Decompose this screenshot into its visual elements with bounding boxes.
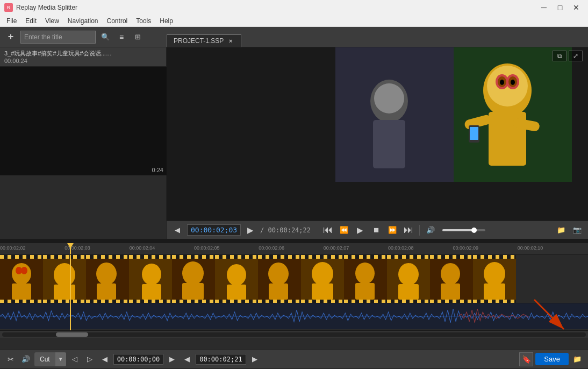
svg-rect-44 <box>312 283 333 300</box>
main-content: 3_#玩具故事#搞笑#儿童玩具#会说话...mp4 00:00:24 0:24 <box>0 47 588 239</box>
svg-point-43 <box>312 262 333 286</box>
menu-file[interactable]: File <box>2 16 21 26</box>
window-controls: ─ □ ✕ <box>536 2 584 13</box>
project-tab[interactable]: PROJECT-1.SSP ✕ <box>167 34 241 47</box>
play-button[interactable]: ▶ <box>244 224 257 237</box>
minimize-button[interactable]: ─ <box>536 2 551 13</box>
video-track <box>0 255 588 303</box>
title-input[interactable] <box>20 31 96 44</box>
scroll-thumb[interactable] <box>56 332 88 337</box>
close-button[interactable]: ✕ <box>569 2 584 13</box>
bookmark-button[interactable]: 🔖 <box>519 352 533 366</box>
svg-point-20 <box>12 263 31 285</box>
speaker-icon-button[interactable]: 🔊 <box>19 353 32 366</box>
list-view-button[interactable]: ≡ <box>115 31 128 44</box>
svg-point-46 <box>355 262 375 284</box>
svg-rect-47 <box>355 283 375 300</box>
menubar: File Edit View Navigation Control Tools … <box>0 15 588 27</box>
snapshot-button[interactable]: 📷 <box>571 224 584 237</box>
ruler-tick-5: 00:00:02;07 <box>324 245 349 251</box>
svg-point-22 <box>21 267 27 274</box>
svg-rect-56 <box>484 283 505 300</box>
menu-tools[interactable]: Tools <box>132 16 155 26</box>
playhead-ruler <box>70 243 71 254</box>
step-fwd-button[interactable]: ⏭ <box>402 224 415 237</box>
grid-view-button[interactable]: ⊞ <box>131 31 144 44</box>
prev-button[interactable]: ◀ <box>171 224 184 237</box>
scissors-icon-button[interactable]: ✂ <box>4 353 17 366</box>
playhead-marker <box>67 243 74 249</box>
left-preview-panel: 0:24 <box>0 67 167 175</box>
svg-point-17 <box>374 83 404 113</box>
cut-dropdown-arrow[interactable]: ▼ <box>55 352 66 366</box>
ruler-tick-6: 00:00:02;08 <box>388 245 414 251</box>
play-button2[interactable]: ▶ <box>354 224 367 237</box>
svg-point-25 <box>54 263 75 287</box>
menu-navigation[interactable]: Navigation <box>63 16 103 26</box>
prev-segment2-button[interactable]: ◀ <box>181 353 193 366</box>
playback-controls: ◀ 00:00:02;03 ▶ / 00:00:24;22 ⏮ ⏪ ▶ ⏹ ⏩ … <box>167 221 588 239</box>
next-segment-button[interactable]: ▶ <box>166 353 178 366</box>
video-image <box>335 47 572 182</box>
menu-view[interactable]: View <box>41 16 63 26</box>
step-back-button[interactable]: ⏮ <box>321 224 334 237</box>
svg-point-52 <box>441 263 460 285</box>
svg-point-49 <box>398 263 419 286</box>
app-title: Replay Media Splitter <box>16 4 77 11</box>
prev-segment-button[interactable]: ◀ <box>98 353 111 366</box>
ruler-tick-2: 00:00:02;04 <box>130 245 155 251</box>
svg-point-34 <box>182 261 204 285</box>
svg-point-40 <box>268 262 289 285</box>
ruler-tick-7: 00:00:02;09 <box>453 245 478 251</box>
cut-label[interactable]: Cut <box>34 354 55 365</box>
titlebar-left: R Replay Media Splitter <box>4 3 77 12</box>
open-folder-button[interactable]: 📁 <box>555 224 568 237</box>
app-icon: R <box>4 3 13 12</box>
media-item[interactable]: 3_#玩具故事#搞笑#儿童玩具#会说话...mp4 00:00:24 <box>0 47 166 67</box>
menu-edit[interactable]: Edit <box>21 16 41 26</box>
svg-rect-18 <box>373 120 405 168</box>
menu-help[interactable]: Help <box>155 16 177 26</box>
right-panel: ⧉ ⤢ ◀ 00:00:02;03 ▶ / 00:00:24;22 ⏮ ⏪ ▶ … <box>167 47 588 239</box>
pip-button[interactable]: ⧉ <box>553 51 567 61</box>
volume-button[interactable]: 🔊 <box>424 224 437 237</box>
mark-out-button[interactable]: ▷ <box>83 353 96 366</box>
frame-fwd-button[interactable]: ⏩ <box>386 224 399 237</box>
save-button[interactable]: Save <box>535 353 569 365</box>
svg-point-37 <box>227 264 246 286</box>
preview-overlay-controls: ⧉ ⤢ <box>553 51 583 61</box>
ruler-tick-0: 00:00:02;02 <box>0 245 26 251</box>
waveform-svg <box>0 303 588 329</box>
timeline-scrollbar[interactable] <box>0 330 588 338</box>
mark-in-button[interactable]: ◁ <box>68 353 81 366</box>
svg-point-55 <box>484 262 505 286</box>
media-filename: 3_#玩具故事#搞笑#儿童玩具#会说话...mp4 <box>4 49 112 58</box>
search-button[interactable]: 🔍 <box>99 31 112 44</box>
audio-track <box>0 303 588 329</box>
timeline-ruler: 00:00:02;02 00:00:02;03 00:00:02;04 00:0… <box>0 243 588 255</box>
maximize-button[interactable]: □ <box>553 2 568 13</box>
svg-rect-41 <box>269 283 288 300</box>
svg-rect-23 <box>12 283 31 300</box>
frame-back-button[interactable]: ⏪ <box>338 224 350 237</box>
svg-rect-32 <box>142 284 161 300</box>
svg-rect-26 <box>54 285 75 300</box>
volume-slider[interactable] <box>442 229 485 231</box>
tab-close-button[interactable]: ✕ <box>227 37 234 45</box>
open-folder2-button[interactable]: 📁 <box>571 353 584 366</box>
cut-group: Cut ▼ <box>34 352 66 366</box>
stop-button[interactable]: ⏹ <box>370 224 383 237</box>
ruler-tick-8: 00:00:02;10 <box>518 245 543 251</box>
svg-rect-53 <box>441 283 460 300</box>
svg-rect-15 <box>470 127 478 140</box>
menu-control[interactable]: Control <box>103 16 132 26</box>
current-timecode: 00:00:02;03 <box>187 224 241 236</box>
add-media-button[interactable]: + <box>4 31 17 44</box>
video-preview: ⧉ ⤢ <box>167 47 588 221</box>
scroll-track[interactable] <box>2 332 586 337</box>
fullscreen-button[interactable]: ⤢ <box>569 51 583 61</box>
separator1 <box>419 225 420 236</box>
next-segment2-button[interactable]: ▶ <box>248 353 261 366</box>
video-thumbnail <box>335 47 572 182</box>
playhead-line <box>70 255 71 330</box>
